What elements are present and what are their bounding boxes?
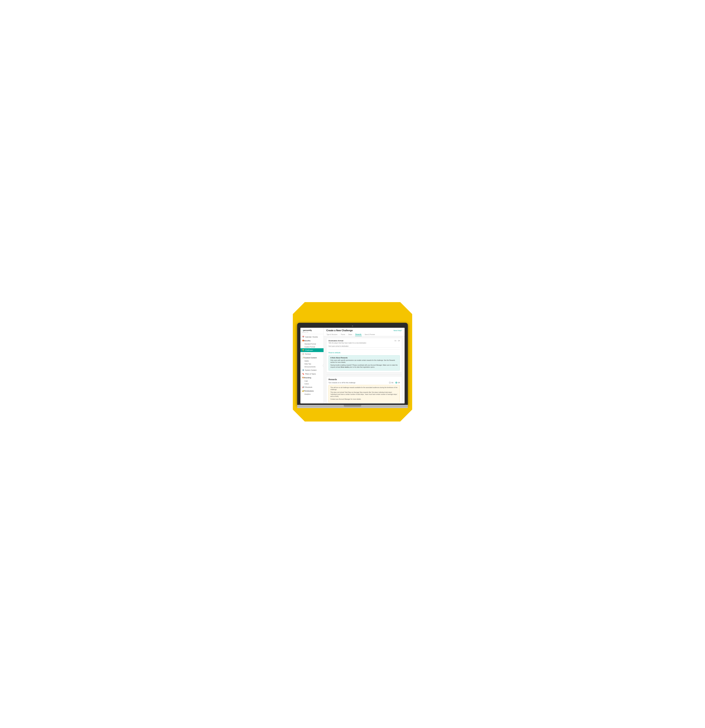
- info-box-title: A Note About Rewards: [330, 357, 398, 358]
- page-title: Create a New Challenge: [326, 329, 353, 332]
- warning-text-2: This does not include Total Step nor Ave…: [330, 391, 398, 397]
- rewards-off-option[interactable]: Off: [395, 382, 400, 384]
- wizard-steps: Type & Structure → Theme → Dates → Rewar…: [326, 333, 402, 336]
- laptop-screen: ~personify HEALTH ‹ 📅 Calendar / Events: [300, 328, 405, 403]
- step-save-preview[interactable]: Save & Preview: [364, 333, 375, 336]
- toggle-on-label: On: [395, 340, 396, 342]
- sidebar-item-calendar[interactable]: 📅 Calendar / Events: [300, 335, 323, 339]
- branding-icon: 🎨: [302, 377, 304, 378]
- main-content: Create a New Challenge Need Help? Type &…: [324, 328, 405, 403]
- pillars-icon: 🔖: [302, 373, 304, 375]
- destination-description: Tells the player that they have made it …: [329, 342, 400, 344]
- divider-2: [326, 374, 402, 375]
- content-area: Destination Arrival On Off Tells the pla…: [324, 336, 405, 403]
- sidebar-item-label: Branding: [304, 377, 311, 378]
- challenges-icon: 🏆: [302, 349, 304, 351]
- sidebar-item-pillars-topics[interactable]: 🔖 Pillars & Topics: [300, 372, 323, 376]
- rewards-off-label: Off: [398, 382, 400, 384]
- top-bar: Create a New Challenge Need Help? Type &…: [324, 328, 405, 336]
- system-content-icon: ⚙️: [302, 369, 304, 371]
- toggle-off-label: Off: [398, 340, 400, 342]
- sidebar-item-benefits[interactable]: 🎁 Benefits: [300, 339, 323, 342]
- sidebar-logo: ~personify HEALTH: [300, 328, 323, 334]
- surveys-icon: 📋: [302, 353, 304, 355]
- step-type-structure[interactable]: Type & Structure: [326, 333, 338, 336]
- sidebar-item-custom-format[interactable]: Custom Format: [300, 345, 323, 348]
- top-bar-header: Create a New Challenge Need Help?: [326, 329, 402, 332]
- warning-text-1: This will turn on all challenge rewards …: [330, 387, 398, 391]
- laptop-bezel: ~personify HEALTH ‹ 📅 Calendar / Events: [297, 323, 408, 405]
- sidebar-item-label: Custom Content: [304, 357, 317, 358]
- rewards-label: Turn rewards on or off for this challeng…: [329, 382, 355, 384]
- rewards-radio-group: On Off: [389, 382, 400, 384]
- sidebar-item-logo[interactable]: Logo: [300, 380, 323, 382]
- destination-arrival-card: Destination Arrival On Off Tells the pla…: [326, 338, 402, 373]
- step-rewards[interactable]: Rewards: [355, 333, 362, 336]
- permissions-icon: 🔐: [302, 390, 304, 392]
- sidebar-item-daily-tips[interactable]: Daily Tips: [300, 363, 323, 365]
- logo-subtitle: HEALTH: [302, 332, 322, 333]
- sidebar-item-label: System Content: [305, 369, 316, 371]
- info-box-line2-bold: three weeks: [341, 366, 349, 368]
- step-arrow-4: →: [362, 334, 364, 335]
- destination-arrival-section: Destination Arrival On Off Tells the pla…: [329, 340, 400, 348]
- sidebar-navigation: 📅 Calendar / Events 🎁 Benefits Standard …: [300, 334, 323, 396]
- sidebar-item-branding[interactable]: 🎨 Branding: [300, 376, 323, 380]
- shoutouts-icon: 📢: [302, 386, 304, 388]
- rewards-warning-box: This will turn on all challenge rewards …: [329, 385, 400, 403]
- info-box-line2-after: prior to the date that registration open…: [349, 366, 375, 368]
- sidebar-item-challenges[interactable]: 🏆 Challenges: [300, 348, 323, 352]
- rewards-note-box: A Note About Rewards Only users with spe…: [329, 355, 400, 371]
- reset-defaults-link[interactable]: Reset to defaults: [329, 352, 340, 354]
- sidebar-item-system-content[interactable]: ⚙️ System Content: [300, 368, 323, 372]
- step-theme[interactable]: Theme: [340, 333, 345, 336]
- sidebar-item-custom-content[interactable]: 📝 Custom Content: [300, 356, 323, 360]
- need-help-link[interactable]: Need Help?: [394, 329, 402, 331]
- custom-content-icon: 📝: [302, 357, 304, 358]
- sidebar-item-announcements[interactable]: Announcements: [300, 365, 323, 368]
- outer-wrapper: ~personify HEALTH ‹ 📅 Calendar / Events: [287, 295, 418, 433]
- destination-title: Destination Arrival: [329, 340, 343, 342]
- step-arrow-1: →: [338, 334, 340, 335]
- rewards-toggle-row: Turn rewards on or off for this challeng…: [329, 382, 400, 384]
- sidebar-item-label: Pillars & Topics: [305, 373, 316, 375]
- logo-text: ~personify: [302, 329, 322, 331]
- sidebar-item-shoutouts[interactable]: 📢 Shoutouts: [300, 385, 323, 389]
- destination-input[interactable]: [329, 345, 400, 348]
- calendar-icon: 📅: [302, 336, 304, 338]
- logo-tilde: ~: [302, 329, 303, 331]
- destination-toggle-group: On Off: [395, 340, 400, 342]
- sidebar-item-habits[interactable]: Habits: [300, 360, 323, 363]
- sidebar-item-colors[interactable]: Colors: [300, 382, 323, 385]
- laptop-camera: [352, 325, 353, 326]
- rewards-section: Rewards Turn rewards on or off for this …: [326, 376, 402, 403]
- warning-text-3: Contact your Account Manager for more de…: [330, 398, 398, 400]
- sidebar-item-label: Permissions: [304, 390, 314, 392]
- sidebar-item-label: Surveys: [305, 353, 311, 355]
- app-layout: ~personify HEALTH ‹ 📅 Calendar / Events: [300, 328, 405, 403]
- sidebar-item-permissions[interactable]: 🔐 Permissions: [300, 389, 323, 393]
- info-box-line2: Having trouble enabling rewards? Please …: [330, 364, 398, 368]
- sidebar-item-analytics[interactable]: Analytics: [300, 393, 323, 396]
- step-arrow-2: →: [346, 334, 347, 335]
- info-box-line1: Only users with specific permissions can…: [330, 359, 398, 363]
- sidebar-item-standard-format[interactable]: Standard Format: [300, 342, 323, 345]
- sidebar: ~personify HEALTH ‹ 📅 Calendar / Events: [300, 328, 324, 403]
- rewards-on-option[interactable]: On: [389, 382, 394, 384]
- sidebar-item-surveys[interactable]: 📋 Surveys: [300, 352, 323, 356]
- rewards-on-label: On: [391, 382, 394, 384]
- laptop-frame: ~personify HEALTH ‹ 📅 Calendar / Events: [297, 323, 408, 408]
- destination-header: Destination Arrival On Off: [329, 340, 400, 342]
- laptop-base: [297, 405, 408, 408]
- rewards-title: Rewards: [329, 378, 400, 381]
- radio-off-button[interactable]: [395, 382, 397, 384]
- sidebar-item-label: Calendar / Events: [305, 336, 318, 338]
- sidebar-item-label: Shoutouts: [305, 386, 312, 388]
- sidebar-item-label: Challenges: [305, 349, 313, 351]
- radio-on-button[interactable]: [389, 382, 391, 384]
- sidebar-item-label: Benefits: [304, 340, 310, 342]
- laptop-hinge: [344, 405, 361, 407]
- divider-1: [329, 349, 400, 350]
- step-dates[interactable]: Dates: [348, 333, 353, 336]
- step-arrow-3: →: [353, 334, 355, 335]
